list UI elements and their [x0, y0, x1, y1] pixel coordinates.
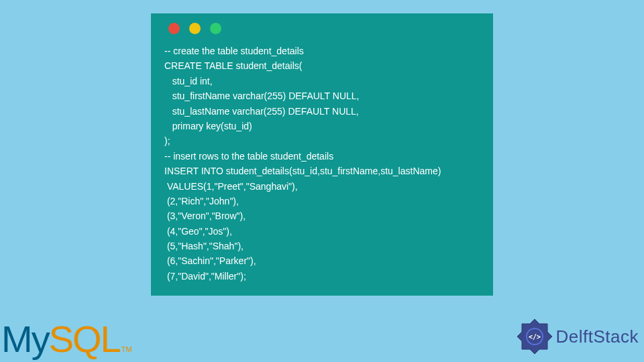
window-controls: [164, 23, 480, 34]
svg-text:</>: </>: [528, 333, 540, 341]
minimize-icon[interactable]: [189, 23, 201, 34]
mysql-logo-sql: SQL: [49, 318, 120, 360]
maximize-icon[interactable]: [210, 23, 221, 34]
delftstack-logo: </> DelftStack: [516, 318, 639, 355]
delftstack-text: DelftStack: [556, 326, 639, 347]
mysql-logo-tm: TM: [121, 345, 132, 353]
delftstack-badge-icon: </>: [516, 318, 553, 355]
mysql-logo: MySQLTM: [1, 317, 132, 361]
code-block: -- create the table student_details CREA…: [164, 44, 480, 284]
mysql-logo-my: My: [1, 318, 49, 360]
code-window: -- create the table student_details CREA…: [151, 13, 493, 296]
close-icon[interactable]: [168, 23, 180, 34]
